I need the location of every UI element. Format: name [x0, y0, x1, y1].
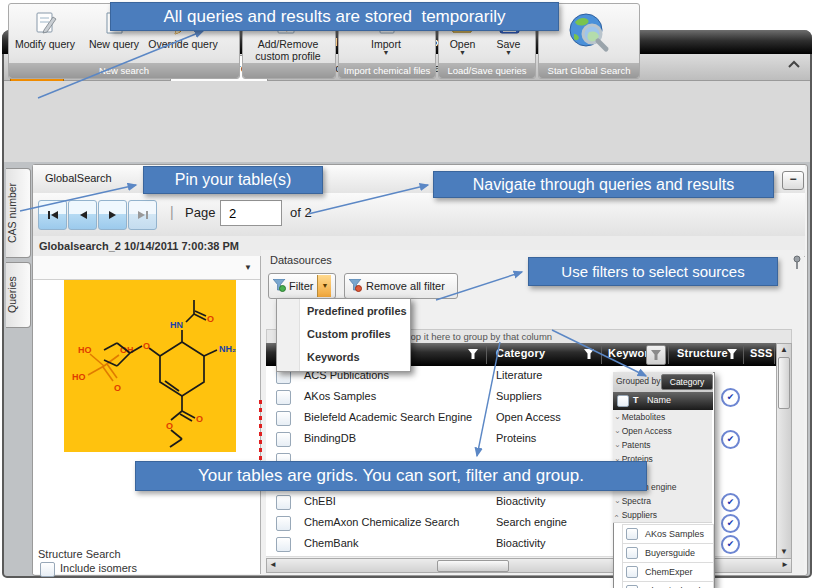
menu-item-keywords[interactable]: Keywords	[307, 346, 407, 369]
group-row[interactable]: ›Open Access	[613, 424, 712, 439]
group-row[interactable]: ›Patents	[613, 438, 712, 453]
row-checkbox[interactable]	[276, 516, 291, 531]
scroll-up-icon[interactable]: ▲	[777, 344, 791, 356]
row-category: Bioactivity	[496, 537, 546, 549]
remove-filter-funnel-icon	[349, 279, 362, 294]
next-page-button[interactable]	[98, 200, 127, 230]
panel-title: GlobalSearch	[45, 172, 112, 184]
row-checkbox[interactable]	[276, 432, 291, 447]
add-remove-profile-label: Add/Remove custom profile	[243, 38, 333, 62]
callout-grids: Your tables are grids. You can sort, fil…	[135, 461, 647, 491]
column-category[interactable]: Category	[496, 347, 545, 359]
grouped-column-chip[interactable]: Category	[661, 374, 713, 390]
row-name: AKos Samples	[304, 390, 376, 402]
keywords-filter-active-icon[interactable]	[646, 345, 666, 365]
group-caption-custom-profile	[243, 63, 335, 78]
structure-check-icon: ✔	[721, 535, 740, 554]
row-checkbox[interactable]	[626, 566, 638, 578]
scroll-left-icon[interactable]: ◄	[269, 559, 277, 571]
sidetab-queries[interactable]: Queries	[6, 262, 31, 328]
filter-button-label: Filter	[289, 280, 313, 292]
scroll-thumb[interactable]	[778, 357, 790, 409]
previous-page-button[interactable]	[68, 200, 97, 230]
last-page-button[interactable]	[128, 200, 157, 230]
structure-preview: HOOH HOO HN O	[64, 280, 236, 452]
svg-text:HN: HN	[170, 320, 183, 330]
row-checkbox[interactable]	[276, 411, 291, 426]
override-query-label: Override query	[148, 38, 217, 50]
svg-text:O: O	[114, 383, 121, 393]
child-label: AKos Samples	[645, 529, 704, 539]
structure-check-icon: ✔	[721, 430, 740, 449]
group-row-expanded[interactable]: ›Suppliers	[613, 508, 712, 523]
group-caption-import: Import chemical files	[339, 63, 435, 78]
structure-filter-icon[interactable]	[727, 349, 738, 362]
row-checkbox[interactable]	[626, 528, 638, 540]
page-number-input[interactable]	[220, 200, 282, 226]
group-child-row[interactable]: ChemExper	[622, 562, 714, 582]
filter-button[interactable]: Filter ▼	[268, 273, 336, 299]
row-checkbox[interactable]	[626, 547, 638, 559]
menu-icon-gutter	[277, 299, 300, 371]
row-name: BindingDB	[304, 432, 356, 444]
scroll-right-icon[interactable]: ►	[781, 559, 789, 571]
category-filter-icon[interactable]	[584, 349, 595, 362]
modify-query-label: Modify query	[15, 38, 75, 50]
child-label: ChemExper	[645, 567, 693, 577]
page-label: Page	[185, 205, 215, 220]
structure-combobox[interactable]: ▼	[33, 256, 260, 280]
column-sss[interactable]: SSS	[750, 347, 773, 359]
chevron-down-icon: ›	[610, 445, 624, 448]
row-category: Suppliers	[496, 390, 542, 402]
first-page-button[interactable]	[38, 200, 67, 230]
group-row[interactable]: ›Metabolites	[613, 410, 712, 425]
menu-item-custom-profiles[interactable]: Custom profiles	[307, 323, 407, 346]
group-child-row[interactable]: AKos Samples	[622, 524, 714, 544]
remove-all-filter-button[interactable]: Remove all filter	[344, 273, 458, 299]
ribbon	[4, 81, 810, 162]
group-child-row[interactable]: ChemicalBook	[622, 581, 714, 588]
row-name: Bielefeld Academic Search Engine	[304, 411, 472, 423]
svg-text:O: O	[143, 341, 150, 351]
scroll-down-icon[interactable]: ▼	[777, 546, 791, 558]
structure-search-label: Structure Search	[38, 548, 121, 560]
chevron-down-icon: ›	[610, 501, 624, 504]
row-checkbox[interactable]	[276, 390, 291, 405]
group-label: Open Access	[622, 426, 672, 436]
vertical-scrollbar[interactable]: ▲ ▼	[776, 343, 792, 559]
row-checkbox[interactable]	[276, 495, 291, 510]
menu-item-predefined-profiles[interactable]: Predefined profiles	[307, 300, 407, 323]
filter-funnel-icon	[273, 279, 286, 294]
name-filter-icon[interactable]	[468, 349, 479, 362]
row-name: ChemBank	[304, 537, 358, 549]
include-isomers-checkbox[interactable]	[40, 562, 55, 577]
group-label: Spectra	[622, 496, 651, 506]
row-checkbox[interactable]	[276, 537, 291, 552]
collapse-ribbon-icon[interactable]	[786, 58, 802, 76]
grouped-select-all-checkbox[interactable]	[617, 395, 629, 407]
chemical-structure-drawing: HOOH HOO HN O	[64, 280, 236, 452]
column-structure[interactable]: Structure	[677, 347, 728, 359]
callout-navigate: Navigate through queries and results	[433, 171, 774, 198]
query-name: Globalsearch_2 10/14/2011 7:00:38 PM	[39, 240, 239, 252]
pin-icon[interactable]	[791, 255, 803, 274]
import-dropdown-caret: ▼	[383, 50, 390, 56]
grouped-filter-icon[interactable]: T	[633, 395, 639, 405]
structure-check-icon: ✔	[721, 514, 740, 533]
sidetab-cas-number[interactable]: CAS number	[6, 168, 31, 258]
grouped-name-column[interactable]: Name	[647, 395, 671, 405]
chevron-down-icon: ›	[610, 431, 624, 434]
hscroll-thumb[interactable]	[437, 560, 509, 572]
combobox-caret-icon: ▼	[244, 263, 252, 272]
svg-text:HO: HO	[78, 345, 92, 355]
group-child-row[interactable]: Buyersguide	[622, 543, 714, 563]
group-row[interactable]: ›Spectra	[613, 494, 712, 509]
group-caption-start-search: Start Global Search	[539, 63, 639, 78]
application-window: CWM Global Search- Next generation Home …	[0, 0, 815, 588]
callout-use-filters: Use filters to select sources	[528, 257, 778, 286]
page-of-label: of 2	[290, 205, 312, 220]
minimize-button[interactable]: −	[782, 171, 804, 190]
row-category: Bioactivity	[496, 495, 546, 507]
filter-dropdown-caret[interactable]: ▼	[317, 275, 331, 297]
modify-query-button[interactable]: Modify query	[9, 4, 81, 50]
